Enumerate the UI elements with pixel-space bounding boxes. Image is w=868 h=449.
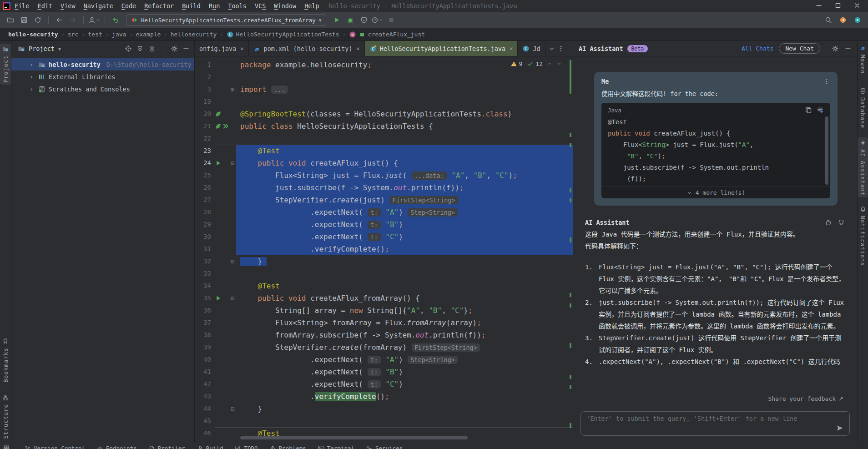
line-number[interactable]: 26	[195, 182, 215, 194]
line-number[interactable]: 25	[195, 169, 215, 182]
stripe-project[interactable]: Project	[0, 44, 11, 85]
breadcrumb-item-src[interactable]: src	[66, 31, 80, 38]
menu-refactor[interactable]: Refactor	[140, 1, 178, 10]
ide-update-button[interactable]	[837, 14, 849, 26]
fold-marker-icon[interactable]	[230, 405, 235, 413]
close-tab-icon[interactable]: ×	[510, 45, 513, 52]
ai-prompt-input[interactable]	[586, 415, 831, 422]
run-class-icon[interactable]	[222, 123, 229, 130]
expand-all-icon[interactable]	[136, 45, 144, 52]
run-configuration-select[interactable]: HelloSecurityApplicationTests.createAFlu…	[126, 14, 326, 26]
statusbar-services[interactable]: Services	[366, 444, 403, 449]
ai-settings-gear-icon[interactable]	[832, 45, 839, 52]
tab-options-kebab-icon[interactable]	[557, 45, 565, 52]
ai-chat-scroll-area[interactable]: Me 使用中文解释这段代码! for the code: Java @Test	[573, 56, 857, 394]
breadcrumb-item-hellosecurity[interactable]: hellosecurity	[169, 31, 219, 38]
breadcrumb-item-java[interactable]: java	[110, 31, 128, 38]
line-number[interactable]: 20	[195, 108, 215, 120]
line-number[interactable]: 3	[195, 83, 215, 96]
line-number[interactable]: 30	[195, 231, 215, 243]
project-view-dropdown-icon[interactable]: ▼	[58, 46, 61, 51]
menu-build[interactable]: Build	[178, 1, 205, 10]
line-number[interactable]: 31	[195, 243, 215, 255]
tab-onfig-java[interactable]: onfig.java×	[195, 41, 249, 56]
update-project-button[interactable]	[110, 14, 121, 26]
line-number[interactable]: 21	[195, 120, 215, 132]
run-test-icon[interactable]	[215, 295, 222, 302]
tab-jd[interactable]: CJd	[518, 41, 545, 56]
line-number[interactable]: 29	[195, 218, 215, 231]
new-chat-button[interactable]: New Chat	[779, 43, 820, 54]
close-window-icon[interactable]	[853, 2, 861, 9]
line-number[interactable]: 45	[195, 415, 215, 427]
line-number[interactable]: 22	[195, 132, 215, 145]
fold-marker-icon[interactable]	[230, 295, 235, 302]
synchronize-button[interactable]	[32, 14, 44, 26]
code-with-me-button[interactable]	[852, 14, 863, 26]
profile-button[interactable]	[88, 14, 100, 26]
stripe-bookmarks[interactable]: Bookmarks	[0, 336, 11, 384]
tree-node-external-libraries[interactable]: ›External Libraries	[11, 71, 194, 83]
stripe-maven[interactable]: mMaven	[858, 43, 868, 76]
statusbar-terminal[interactable]: Terminal	[318, 444, 354, 449]
profiler-button[interactable]	[372, 14, 384, 26]
stripe-structure[interactable]: Structure	[0, 392, 11, 441]
statusbar-version-control[interactable]: Version Control	[25, 444, 85, 449]
line-number[interactable]: 23	[195, 145, 215, 157]
menu-vcs[interactable]: VCS	[251, 1, 270, 10]
line-number[interactable]: 39	[195, 341, 215, 353]
stripe-notifications[interactable]: Notifications	[858, 204, 868, 268]
menu-window[interactable]: Window	[270, 1, 300, 10]
back-button[interactable]	[53, 14, 65, 26]
breadcrumb-item-example[interactable]: example	[134, 31, 163, 38]
message-menu-icon[interactable]	[823, 78, 830, 85]
line-number[interactable]: 41	[195, 366, 215, 378]
menu-view[interactable]: View	[56, 1, 80, 10]
forward-button[interactable]	[67, 14, 79, 26]
spring-bean-icon[interactable]	[215, 111, 222, 117]
minimize-window-icon[interactable]	[815, 2, 823, 9]
settings-icon[interactable]	[171, 45, 178, 52]
line-number[interactable]: 35	[195, 292, 215, 304]
menu-code[interactable]: Code	[117, 1, 141, 10]
line-number[interactable]: 32	[195, 255, 215, 267]
expand-more-lines[interactable]: 4 more line(s)	[601, 187, 830, 198]
expand-chevron-icon[interactable]: ›	[30, 86, 35, 93]
feedback-link[interactable]: Share your feedback ↗	[573, 394, 857, 406]
statusbar-todo[interactable]: TODO	[235, 444, 257, 449]
close-tab-icon[interactable]: ×	[240, 45, 243, 52]
stripe-database[interactable]: Database	[858, 86, 868, 130]
run-with-coverage-button[interactable]	[358, 14, 370, 26]
statusbar-endpoints[interactable]: Endpoints	[97, 444, 137, 449]
debug-button[interactable]	[344, 14, 356, 26]
statusbar-build[interactable]: Build	[197, 444, 223, 449]
menu-tools[interactable]: Tools	[224, 1, 251, 10]
thumbs-down-icon[interactable]	[838, 219, 845, 226]
line-number[interactable]: 34	[195, 280, 215, 292]
copy-code-icon[interactable]	[805, 106, 812, 114]
breadcrumb-item-test[interactable]: test	[86, 31, 104, 38]
menu-edit[interactable]: Edit	[34, 1, 57, 10]
line-number[interactable]: 1	[195, 59, 215, 71]
horizontal-scrollbar[interactable]	[240, 436, 468, 439]
fold-marker-icon[interactable]	[230, 160, 235, 167]
fold-marker-icon[interactable]	[230, 86, 235, 93]
close-tab-icon[interactable]: ×	[357, 45, 360, 52]
line-number[interactable]: 42	[195, 378, 215, 390]
send-icon[interactable]	[836, 424, 844, 432]
breadcrumb-item-hello-security[interactable]: hello-security	[6, 31, 60, 38]
line-number[interactable]: 19	[195, 96, 215, 108]
inspection-widget[interactable]: 912	[510, 60, 562, 67]
line-number[interactable]: 28	[195, 206, 215, 218]
expand-chevron-icon[interactable]: ›	[30, 73, 35, 81]
breadcrumb-item-hellosecurityapplicationtests[interactable]: CHelloSecurityApplicationTests	[225, 31, 341, 38]
code-block-scrollbar[interactable]	[825, 116, 828, 185]
statusbar-profiler[interactable]: Profiler	[149, 444, 185, 449]
line-number[interactable]: 33	[195, 267, 215, 280]
breadcrumb-item-createaflux-just[interactable]: mcreateAFlux_just	[347, 31, 427, 38]
locate-file-icon[interactable]	[125, 45, 132, 52]
stripe-ai-assistant[interactable]: AI Assistant	[858, 137, 868, 197]
maximize-window-icon[interactable]	[834, 2, 842, 9]
line-number[interactable]: 24	[195, 157, 215, 169]
line-number[interactable]: 46	[195, 427, 215, 439]
